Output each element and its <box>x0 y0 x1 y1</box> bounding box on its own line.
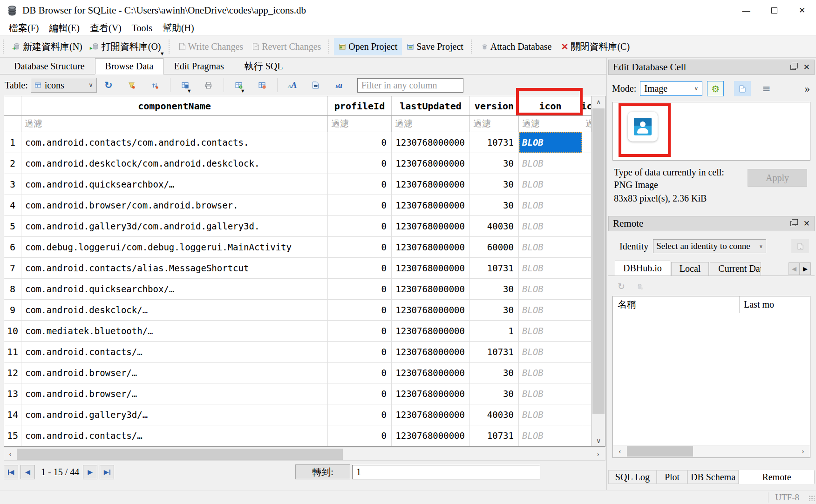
cell-icon-blob[interactable]: BLOB <box>519 153 582 174</box>
close-panel-icon[interactable]: ✕ <box>803 219 810 228</box>
tab-edit-pragmas[interactable]: Edit Pragmas <box>163 59 234 74</box>
cell-lastUpdated[interactable]: 1230768000000 <box>392 300 470 320</box>
tab-plot[interactable]: Plot <box>657 470 687 484</box>
cell-icon-blob[interactable]: BLOB <box>519 300 582 320</box>
close-panel-icon[interactable]: ✕ <box>803 62 810 72</box>
tab-local[interactable]: Local <box>671 262 709 276</box>
cell-lastUpdated[interactable]: 1230768000000 <box>392 174 470 195</box>
menu-help[interactable]: 幫助(H) <box>157 22 199 34</box>
filter-partial[interactable]: 過濾 <box>582 116 592 132</box>
column-header-version[interactable]: version <box>470 96 519 115</box>
cell-lastUpdated[interactable]: 1230768000000 <box>392 342 470 362</box>
word-wrap-icon[interactable]: ≡ <box>762 83 770 94</box>
cell-componentName[interactable]: com.android.deskclock/… <box>21 300 328 320</box>
cell-profileId[interactable]: 0 <box>328 404 392 425</box>
cell-version[interactable]: 10731 <box>470 258 519 278</box>
float-panel-icon[interactable] <box>790 65 796 70</box>
tab-remote[interactable]: Remote <box>739 470 815 484</box>
mode-dropdown[interactable]: Image ∨ <box>640 81 702 96</box>
cell-lastUpdated[interactable]: 1230768000000 <box>392 404 470 425</box>
column-header-icon[interactable]: icon <box>519 96 582 115</box>
row-number[interactable]: 14 <box>4 404 21 425</box>
menu-view[interactable]: 查看(V) <box>85 22 127 34</box>
cell-profileId[interactable]: 0 <box>328 321 392 341</box>
row-number[interactable]: 2 <box>4 153 21 174</box>
cell-icon-blob[interactable]: BLOB <box>519 425 582 446</box>
vertical-scrollbar-thumb[interactable] <box>592 108 605 414</box>
scroll-right-icon[interactable]: › <box>797 445 809 457</box>
cell-icon-blob[interactable]: BLOB <box>519 195 582 215</box>
cell-lastUpdated[interactable]: 1230768000000 <box>392 195 470 215</box>
row-number[interactable]: 5 <box>4 216 21 236</box>
row-number[interactable]: 11 <box>4 342 21 362</box>
import-export-button[interactable]: ⚙ <box>707 81 724 96</box>
attach-database-button[interactable]: Attach Database <box>476 38 557 55</box>
cell-lastUpdated[interactable]: 1230768000000 <box>392 425 470 446</box>
cell-profileId[interactable]: 0 <box>328 237 392 257</box>
cell-version[interactable]: 10731 <box>470 132 519 153</box>
cell-version[interactable]: 30 <box>470 174 519 195</box>
column-header-partial[interactable]: ic <box>582 96 592 115</box>
filter-any-column-input[interactable] <box>357 78 463 93</box>
new-record-menu-arrow[interactable]: ▼ <box>240 88 245 94</box>
filter-lastUpdated[interactable]: 過濾 <box>392 116 470 132</box>
cell-profileId[interactable]: 0 <box>328 153 392 174</box>
cell-componentName[interactable]: com.android.contacts/com.android.contact… <box>21 132 328 153</box>
resize-grip[interactable] <box>809 495 815 501</box>
tab-current-database[interactable]: Current Dat <box>710 262 761 276</box>
row-number[interactable]: 7 <box>4 258 21 278</box>
cell-lastUpdated[interactable]: 1230768000000 <box>392 258 470 278</box>
row-number[interactable]: 13 <box>4 383 21 404</box>
print-button[interactable] <box>201 78 216 93</box>
cell-componentName[interactable]: com.android.gallery3d/… <box>21 404 328 425</box>
goto-button[interactable]: 轉到: <box>295 464 350 479</box>
cell-version[interactable]: 60000 <box>470 237 519 257</box>
tab-db-schema[interactable]: DB Schema <box>687 470 739 484</box>
clear-sort-button[interactable] <box>148 78 163 93</box>
row-number[interactable]: 10 <box>4 321 21 341</box>
filter-componentName[interactable]: 過濾 <box>21 116 328 132</box>
cell-version[interactable]: 10731 <box>470 425 519 446</box>
scroll-down-icon[interactable]: ∨ <box>592 435 605 446</box>
next-record-button[interactable]: ▶ <box>83 465 97 479</box>
cell-version[interactable]: 40030 <box>470 216 519 236</box>
cell-lastUpdated[interactable]: 1230768000000 <box>392 153 470 174</box>
cell-componentName[interactable]: com.android.browser/com.android.browser. <box>21 195 328 215</box>
cell-icon-blob[interactable]: BLOB <box>519 404 582 425</box>
cell-version[interactable]: 30 <box>470 300 519 320</box>
table-dropdown[interactable]: icons ∨ <box>31 78 97 93</box>
encoding-indicator[interactable]: UTF-8 <box>768 492 806 503</box>
cell-lastUpdated[interactable]: 1230768000000 <box>392 216 470 236</box>
horizontal-scrollbar[interactable]: ‹ › <box>4 448 605 461</box>
tab-execute-sql[interactable]: 執行 SQL <box>234 59 293 74</box>
column-header-lastUpdated[interactable]: lastUpdated <box>392 96 470 115</box>
cell-icon-blob[interactable]: BLOB <box>519 132 582 153</box>
previous-record-button[interactable]: ◀ <box>20 465 35 479</box>
cell-profileId[interactable]: 0 <box>328 132 392 153</box>
clear-filters-button[interactable] <box>124 78 139 93</box>
cell-lastUpdated[interactable]: 1230768000000 <box>392 279 470 299</box>
tab-browse-data[interactable]: Browse Data <box>95 58 164 74</box>
row-number[interactable]: 1 <box>4 132 21 153</box>
cell-componentName[interactable]: com.android.gallery3d/com.android.galler… <box>21 216 328 236</box>
cell-componentName[interactable]: com.mediatek.bluetooth/… <box>21 321 328 341</box>
cell-profileId[interactable]: 0 <box>328 383 392 404</box>
cell-profileId[interactable]: 0 <box>328 279 392 299</box>
cell-profileId[interactable]: 0 <box>328 216 392 236</box>
menu-tools[interactable]: Tools <box>127 23 157 34</box>
save-record-menu-arrow[interactable]: ▼ <box>187 88 192 94</box>
cell-profileId[interactable]: 0 <box>328 300 392 320</box>
cell-lastUpdated[interactable]: 1230768000000 <box>392 363 470 383</box>
cell-icon-blob[interactable]: BLOB <box>519 258 582 278</box>
row-number[interactable]: 15 <box>4 425 21 446</box>
identity-dropdown[interactable]: Select an identity to conne ∨ <box>653 239 766 253</box>
cell-profileId[interactable]: 0 <box>328 174 392 195</box>
cell-componentName[interactable]: com.android.contacts/… <box>21 342 328 362</box>
cell-icon-blob[interactable]: BLOB <box>519 237 582 257</box>
float-panel-icon[interactable] <box>790 221 796 226</box>
cell-icon-blob[interactable]: BLOB <box>519 363 582 383</box>
cell-profileId[interactable]: 0 <box>328 195 392 215</box>
menu-file[interactable]: 檔案(F) <box>4 22 44 34</box>
clone-database-icon[interactable] <box>636 283 643 290</box>
remote-refresh-icon[interactable]: ↻ <box>618 281 625 291</box>
